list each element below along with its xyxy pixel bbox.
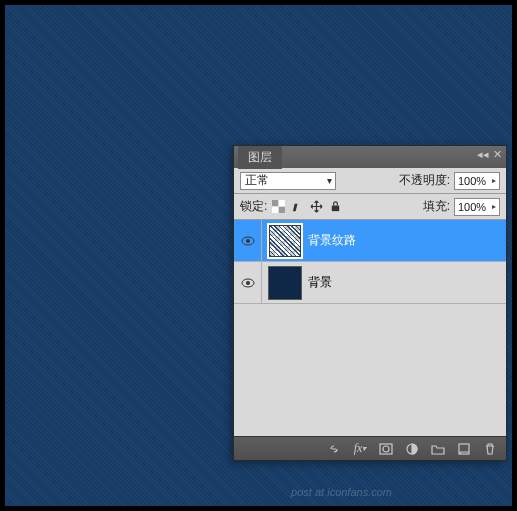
watermark-text: post at iconfans.com bbox=[291, 486, 392, 498]
svg-point-8 bbox=[246, 281, 250, 285]
layers-panel: 图层 ◂◂ ✕ 正常 不透明度: 100% ▸ 锁定: bbox=[233, 145, 507, 461]
delete-layer-icon[interactable] bbox=[482, 441, 498, 457]
layer-style-icon[interactable]: fx▾ bbox=[352, 441, 368, 457]
lock-pixels-icon[interactable] bbox=[290, 200, 304, 214]
visibility-toggle[interactable] bbox=[234, 220, 262, 262]
new-layer-icon[interactable] bbox=[456, 441, 472, 457]
lock-all-icon[interactable] bbox=[328, 200, 342, 214]
collapse-icon[interactable]: ◂◂ bbox=[477, 148, 489, 161]
layer-row[interactable]: 背景纹路 bbox=[234, 220, 506, 262]
layer-thumbnail[interactable] bbox=[268, 266, 302, 300]
chevron-right-icon: ▸ bbox=[492, 176, 496, 185]
svg-rect-0 bbox=[272, 200, 279, 207]
layer-row[interactable]: 背景 bbox=[234, 262, 506, 304]
svg-rect-2 bbox=[278, 200, 285, 207]
fill-label: 填充: bbox=[423, 198, 450, 215]
svg-point-6 bbox=[246, 239, 250, 243]
layer-thumbnail[interactable] bbox=[268, 224, 302, 258]
opacity-value: 100% bbox=[458, 175, 492, 187]
panel-titlebar[interactable]: 图层 ◂◂ ✕ bbox=[234, 146, 506, 168]
adjustment-layer-icon[interactable] bbox=[404, 441, 420, 457]
lock-position-icon[interactable] bbox=[309, 200, 323, 214]
layer-name[interactable]: 背景 bbox=[308, 274, 332, 291]
document-canvas: post at iconfans.com 图层 ◂◂ ✕ 正常 不透明度: 10… bbox=[5, 5, 512, 506]
layer-mask-icon[interactable] bbox=[378, 441, 394, 457]
blend-row: 正常 不透明度: 100% ▸ bbox=[234, 168, 506, 194]
opacity-label: 不透明度: bbox=[399, 172, 450, 189]
panel-tab-layers[interactable]: 图层 bbox=[238, 146, 282, 169]
visibility-toggle[interactable] bbox=[234, 262, 262, 304]
chevron-right-icon: ▸ bbox=[492, 202, 496, 211]
panel-footer: fx▾ bbox=[234, 436, 506, 460]
svg-rect-3 bbox=[272, 207, 279, 214]
blend-mode-select[interactable]: 正常 bbox=[240, 172, 336, 190]
opacity-input[interactable]: 100% ▸ bbox=[454, 172, 500, 190]
lock-row: 锁定: 填充: 100% ▸ bbox=[234, 194, 506, 220]
close-icon[interactable]: ✕ bbox=[493, 148, 502, 161]
fill-input[interactable]: 100% ▸ bbox=[454, 198, 500, 216]
svg-rect-1 bbox=[278, 207, 285, 214]
layers-list: 背景纹路 背景 bbox=[234, 220, 506, 436]
layer-name[interactable]: 背景纹路 bbox=[308, 232, 356, 249]
lock-label: 锁定: bbox=[240, 198, 267, 215]
fill-value: 100% bbox=[458, 201, 492, 213]
lock-transparency-icon[interactable] bbox=[271, 200, 285, 214]
blend-mode-value: 正常 bbox=[245, 172, 269, 189]
layer-group-icon[interactable] bbox=[430, 441, 446, 457]
svg-rect-4 bbox=[332, 206, 339, 212]
svg-point-10 bbox=[383, 446, 389, 452]
link-layers-icon[interactable] bbox=[326, 441, 342, 457]
